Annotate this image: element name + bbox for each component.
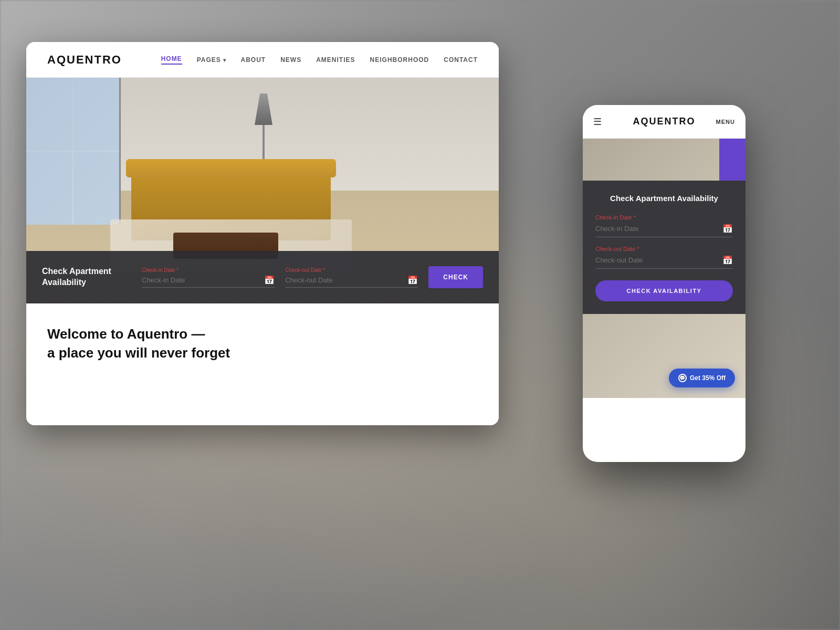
desktop-checkout-input[interactable]: [285, 276, 407, 284]
discount-badge[interactable]: 💬 Get 35% Off: [669, 369, 735, 387]
window-grid: [26, 78, 119, 225]
mobile-checkin-field: Check-in Date * 📅: [595, 214, 733, 237]
window-pane: [26, 152, 72, 225]
mobile-navbar: ☰ AQUENTRO MENU: [583, 105, 746, 139]
nav-link-neighborhood[interactable]: NEIGHBORHOOD: [370, 56, 429, 64]
mobile-check-button[interactable]: CHECK AVAILABILITY: [595, 280, 733, 301]
mobile-checkout-input-wrap: 📅: [595, 255, 733, 269]
nav-link-contact[interactable]: CONTACT: [444, 56, 478, 64]
checkout-calendar-icon[interactable]: 📅: [407, 275, 418, 285]
window-pane: [26, 78, 72, 151]
mobile-checkout-input[interactable]: [595, 256, 722, 264]
desktop-checkout-field: Check-out Date * 📅: [285, 267, 418, 288]
mobile-booking-title: Check Apartment Availability: [595, 193, 733, 204]
mobile-checkout-field: Check-out Date * 📅: [595, 246, 733, 269]
mobile-logo: AQUENTRO: [633, 116, 696, 127]
desktop-hero: Check Apartment Availability Check-in Da…: [26, 78, 499, 303]
mobile-purple-strip: [719, 139, 746, 181]
mobile-checkin-input-wrap: 📅: [595, 224, 733, 237]
mobile-checkin-calendar-icon[interactable]: 📅: [722, 224, 733, 234]
welcome-heading: Welcome to Aquentro — a place you will n…: [47, 324, 230, 363]
mobile-menu-label[interactable]: MENU: [716, 119, 735, 125]
room-window: [26, 78, 121, 225]
welcome-text: Welcome to Aquentro — a place you will n…: [47, 324, 230, 363]
desktop-checkin-input-wrap: 📅: [142, 275, 275, 288]
desktop-logo: AQUENTRO: [47, 53, 122, 67]
window-pane: [74, 78, 120, 151]
nav-link-amenities[interactable]: AMENITIES: [316, 56, 355, 64]
mobile-checkout-calendar-icon[interactable]: 📅: [722, 255, 733, 265]
desktop-navbar: AQUENTRO HOME PAGES ABOUT NEWS AMENITIES…: [26, 42, 499, 78]
discount-badge-text: Get 35% Off: [690, 374, 726, 382]
desktop-checkin-field: Check-in Date * 📅: [142, 267, 275, 288]
nav-link-pages[interactable]: PAGES: [197, 56, 226, 64]
desktop-checkout-input-wrap: 📅: [285, 275, 418, 288]
nav-link-about[interactable]: ABOUT: [241, 56, 266, 64]
mobile-booking-section: Check Apartment Availability Check-in Da…: [583, 181, 746, 314]
desktop-checkin-input[interactable]: [142, 276, 264, 284]
nav-link-news[interactable]: NEWS: [280, 56, 301, 64]
desktop-mockup: AQUENTRO HOME PAGES ABOUT NEWS AMENITIES…: [26, 42, 499, 425]
desktop-check-button[interactable]: CHECK: [428, 266, 483, 288]
mobile-hamburger-icon[interactable]: ☰: [593, 116, 602, 128]
mobile-mockup: ☰ AQUENTRO MENU Check Apartment Availabi…: [583, 105, 746, 462]
desktop-booking-bar: Check Apartment Availability Check-in Da…: [26, 251, 499, 303]
nav-link-home[interactable]: HOME: [161, 55, 182, 65]
checkin-calendar-icon[interactable]: 📅: [264, 275, 275, 285]
window-pane: [74, 152, 120, 225]
mobile-hero-partial: [583, 139, 746, 181]
chat-bubble-icon: 💬: [678, 374, 687, 382]
desktop-nav-links: HOME PAGES ABOUT NEWS AMENITIES NEIGHBOR…: [161, 55, 478, 65]
mobile-checkin-label: Check-in Date *: [595, 214, 733, 220]
mobile-bottom-image: 💬 Get 35% Off: [583, 314, 746, 398]
desktop-booking-title: Check Apartment Availability: [42, 266, 131, 288]
desktop-checkin-label: Check-in Date *: [142, 267, 275, 273]
scene-container: AQUENTRO HOME PAGES ABOUT NEWS AMENITIES…: [0, 0, 840, 630]
mobile-checkin-input[interactable]: [595, 225, 722, 233]
mobile-checkout-label: Check-out Date *: [595, 246, 733, 252]
desktop-checkout-label: Check-out Date *: [285, 267, 418, 273]
desktop-bottom-section: Welcome to Aquentro — a place you will n…: [26, 303, 499, 425]
